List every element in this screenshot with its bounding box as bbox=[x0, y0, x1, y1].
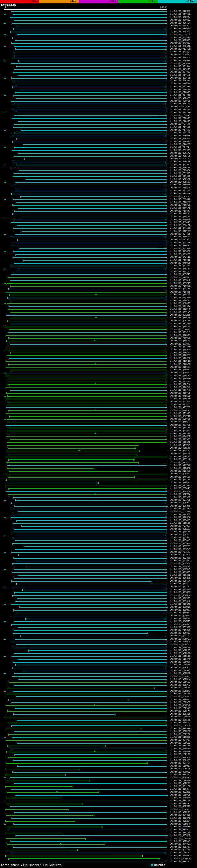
hit-bar[interactable] bbox=[9, 416, 167, 417]
hit-bar[interactable] bbox=[7, 827, 102, 827]
hit-bar[interactable] bbox=[16, 26, 167, 27]
hit-bar[interactable] bbox=[6, 327, 167, 327]
hit-bar[interactable] bbox=[12, 214, 167, 214]
hit-bar[interactable] bbox=[10, 17, 167, 18]
hit-bar[interactable] bbox=[13, 824, 167, 825]
hit-accession-label[interactable]: UniRef100_Q69Q68 bbox=[170, 219, 190, 221]
hit-bar[interactable] bbox=[6, 436, 167, 437]
hit-accession-label[interactable]: UniRef100_Q9WU15 bbox=[170, 620, 190, 623]
hit-bar[interactable] bbox=[23, 671, 167, 671]
hit-bar[interactable] bbox=[25, 619, 167, 619]
hit-accession-label[interactable]: UniRef100_Q49129 bbox=[170, 476, 190, 478]
hit-bar[interactable] bbox=[17, 240, 167, 241]
hit-accession-label[interactable]: UniRef100_A9ND49 bbox=[170, 797, 190, 799]
hit-bar[interactable] bbox=[13, 630, 167, 630]
hit-bar[interactable] bbox=[17, 225, 167, 226]
hit-bar[interactable] bbox=[7, 844, 105, 845]
hit-accession-label[interactable]: UniRef100_P26576 bbox=[170, 135, 190, 137]
hit-bar[interactable] bbox=[12, 523, 167, 524]
hit-accession-label[interactable]: UniRef100_Q92982 bbox=[170, 496, 190, 498]
hit-bar[interactable] bbox=[12, 246, 167, 246]
hit-bar[interactable] bbox=[11, 323, 167, 324]
hit-bar[interactable] bbox=[8, 384, 167, 385]
hit-accession-label[interactable]: UniRef100_B8LYJ7 bbox=[170, 846, 190, 848]
hit-bar[interactable] bbox=[15, 601, 167, 602]
hit-bar[interactable] bbox=[12, 87, 167, 87]
hit-bar[interactable] bbox=[14, 243, 167, 243]
hit-accession-label[interactable]: UniRef100_Q9ZQY9 bbox=[170, 568, 190, 570]
hit-accession-label[interactable]: UniRef100_Q99IW8 bbox=[170, 531, 190, 533]
hit-accession-label[interactable]: UniRef100_A9PJN7 bbox=[170, 54, 190, 56]
hit-accession-label[interactable]: UniRef100_Q02580 bbox=[170, 77, 190, 79]
hit-accession-label[interactable]: UniRef100_Q95AX3 bbox=[170, 539, 190, 541]
hit-bar[interactable] bbox=[14, 673, 167, 674]
hit-bar[interactable] bbox=[16, 138, 167, 139]
hit-accession-label[interactable]: UniRef100_C6PAD7 bbox=[170, 702, 190, 704]
hit-bar[interactable] bbox=[6, 838, 85, 839]
hit-accession-label[interactable]: UniRef100_P00869 bbox=[170, 83, 190, 85]
hit-accession-label[interactable]: UniRef100_A6N149 bbox=[170, 447, 190, 449]
hit-accession-label[interactable]: UniRef100_A6N1N8 bbox=[170, 618, 190, 620]
hit-bar[interactable] bbox=[21, 130, 167, 130]
hit-accession-label[interactable]: UniRef100_P00871 bbox=[170, 482, 190, 484]
hit-bar[interactable] bbox=[11, 517, 167, 518]
hit-bar[interactable] bbox=[8, 364, 167, 365]
hit-accession-label[interactable]: UniRef100_Q41173 bbox=[170, 586, 190, 588]
hit-accession-label[interactable]: UniRef100_A9YT28 bbox=[170, 132, 190, 134]
hit-accession-label[interactable]: UniRef100_Q48550 bbox=[170, 395, 190, 397]
hit-accession-label[interactable]: UniRef100_Q92W67 bbox=[170, 537, 190, 539]
hit-bar[interactable] bbox=[19, 248, 167, 249]
hit-bar[interactable] bbox=[11, 624, 167, 625]
hit-bar[interactable] bbox=[8, 488, 167, 489]
hit-bar[interactable] bbox=[11, 194, 167, 194]
hit-bar[interactable] bbox=[13, 578, 167, 579]
hit-accession-label[interactable]: UniRef100_B8LUW4 bbox=[170, 788, 190, 790]
hit-bar[interactable] bbox=[17, 34, 167, 35]
hit-bar[interactable] bbox=[7, 465, 167, 466]
hit-bar[interactable] bbox=[8, 734, 167, 735]
hit-accession-label[interactable]: UniRef100_C6PQG3 bbox=[170, 809, 190, 811]
hit-bar[interactable] bbox=[10, 312, 167, 313]
hit-bar[interactable] bbox=[17, 535, 167, 535]
hit-bar[interactable] bbox=[11, 725, 167, 726]
hit-bar[interactable] bbox=[17, 107, 167, 107]
hit-accession-label[interactable]: UniRef100_Q85349 bbox=[170, 221, 190, 223]
hit-bar[interactable] bbox=[7, 419, 167, 420]
hit-bar[interactable] bbox=[16, 202, 167, 203]
hit-accession-label[interactable]: UniRef100_A9NRZ6 bbox=[170, 673, 190, 675]
hit-accession-label[interactable]: UniRef100_Q9LRV4 bbox=[170, 820, 190, 822]
hit-bar[interactable] bbox=[6, 780, 89, 781]
hit-accession-label[interactable]: UniRef100_B6RHQ6 bbox=[170, 595, 190, 597]
hit-bar[interactable] bbox=[8, 477, 134, 477]
hit-bar[interactable] bbox=[11, 78, 167, 79]
hit-accession-label[interactable]: UniRef100_Q17886 bbox=[170, 346, 190, 348]
hit-bar[interactable] bbox=[24, 546, 167, 547]
hit-bar[interactable] bbox=[13, 162, 167, 162]
hit-bar[interactable] bbox=[18, 208, 167, 209]
hit-accession-label[interactable]: UniRef100_Q91D74 bbox=[170, 248, 190, 250]
hit-accession-label[interactable]: UniRef100_Q9WU13 bbox=[170, 623, 190, 626]
hit-bar[interactable] bbox=[8, 309, 167, 310]
hit-bar[interactable] bbox=[19, 170, 167, 171]
hit-bar[interactable] bbox=[14, 653, 167, 654]
hit-bar[interactable] bbox=[14, 211, 167, 212]
hit-bar[interactable] bbox=[16, 165, 167, 165]
hit-accession-label[interactable]: UniRef100_P13151 bbox=[170, 271, 190, 273]
hit-accession-label[interactable]: UniRef100_Q41351 bbox=[170, 227, 190, 229]
hit-bar[interactable] bbox=[5, 388, 167, 388]
hit-bar[interactable] bbox=[15, 639, 167, 640]
hit-bar[interactable] bbox=[12, 656, 167, 657]
hit-accession-label[interactable]: UniRef100_B6BHQ3 bbox=[170, 514, 190, 516]
hit-bar[interactable] bbox=[16, 645, 167, 645]
hit-accession-label[interactable]: UniRef100_A6NLE0 bbox=[170, 522, 190, 524]
hit-accession-label[interactable]: UniRef100_A9NLD3 bbox=[170, 649, 190, 652]
hit-accession-label[interactable]: UniRef100_Q84MB6 bbox=[170, 858, 190, 860]
hit-bar[interactable] bbox=[5, 798, 61, 798]
hit-accession-label[interactable]: UniRef100_Q39085 bbox=[170, 175, 190, 177]
hit-bar[interactable] bbox=[12, 136, 167, 136]
hit-bar[interactable] bbox=[20, 217, 167, 217]
hit-accession-label[interactable]: UniRef100_P04715 bbox=[170, 109, 190, 111]
hit-bar[interactable] bbox=[14, 133, 167, 133]
hit-bar[interactable] bbox=[11, 748, 167, 749]
hit-accession-label[interactable]: UniRef100_Q43746 bbox=[170, 242, 190, 244]
